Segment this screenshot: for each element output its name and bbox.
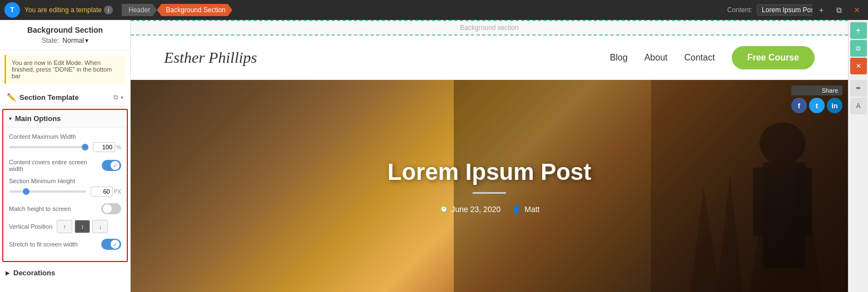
section-min-height-row: Section Minimum Height PX bbox=[9, 178, 121, 197]
template-chevron-icon: ▾ bbox=[121, 94, 123, 100]
hero-meta: 🕐 June 23, 2020 👤 Matt bbox=[439, 205, 540, 214]
stretch-label: Stretch to fit screen width bbox=[9, 241, 78, 248]
section-min-height-slider[interactable] bbox=[9, 190, 86, 193]
top-bar: T You are editing a template i Header Ba… bbox=[0, 0, 868, 20]
app-logo: T bbox=[4, 2, 20, 18]
edit-mode-notice: You are now in Edit Mode. When finished,… bbox=[4, 55, 126, 84]
rt-close-btn[interactable]: ✕ bbox=[850, 58, 867, 74]
top-bar-action-icons: + ⧉ ✕ bbox=[812, 0, 866, 20]
canvas-area: Background section Esther Phillips Blog … bbox=[131, 20, 848, 292]
site-nav: Esther Phillips Blog About Contact Free … bbox=[131, 36, 848, 80]
vpos-mid-btn[interactable]: ↕ bbox=[75, 220, 90, 233]
section-template-bar[interactable]: ✏️ Section Template ⧉ ▾ bbox=[0, 88, 130, 107]
info-icon[interactable]: i bbox=[104, 6, 113, 14]
share-facebook-btn[interactable]: f bbox=[791, 98, 807, 113]
content-max-width-row: Content Maximum Width % bbox=[9, 133, 121, 152]
sidebar-title: Background Section bbox=[7, 26, 123, 34]
hero-title: Lorem Ipsum Post bbox=[388, 159, 591, 185]
panel-content: Content Maximum Width % Content covers e… bbox=[3, 128, 127, 261]
sidebar: Background Section State: Normal ▾ You a… bbox=[0, 20, 131, 292]
main-layout: Background Section State: Normal ▾ You a… bbox=[0, 20, 868, 292]
site-logo: Esther Phillips bbox=[164, 49, 257, 67]
match-height-row: Match height to screen bbox=[9, 203, 121, 214]
decorations-section[interactable]: ▶ Decorations bbox=[0, 264, 130, 281]
hero-content: Lorem Ipsum Post 🕐 June 23, 2020 👤 Matt bbox=[131, 80, 848, 292]
pencil-icon: ✏️ bbox=[7, 93, 16, 102]
site-nav-links: Blog About Contact Free Course bbox=[610, 46, 815, 69]
breadcrumb-section: Background Section bbox=[157, 4, 232, 16]
content-max-width-unit: % bbox=[116, 144, 121, 150]
state-value[interactable]: Normal ▾ bbox=[62, 37, 88, 44]
sidebar-state: State: Normal ▾ bbox=[7, 37, 123, 44]
template-copy-icon: ⧉ bbox=[113, 93, 118, 101]
hero-author-item: 👤 Matt bbox=[512, 205, 539, 214]
logo-text: T bbox=[10, 6, 14, 14]
section-min-height-value-box: PX bbox=[91, 187, 121, 197]
share-label: Share bbox=[791, 85, 842, 95]
vpos-up-btn[interactable]: ↑ bbox=[57, 220, 72, 233]
nav-about[interactable]: About bbox=[644, 53, 668, 63]
person-icon: 👤 bbox=[512, 205, 521, 214]
nav-cta-button[interactable]: Free Course bbox=[732, 46, 815, 69]
copy-icon-btn[interactable]: ⧉ bbox=[830, 0, 848, 20]
stretch-toggle[interactable] bbox=[101, 239, 121, 250]
add-icon-btn[interactable]: + bbox=[812, 0, 830, 20]
hero-author: Matt bbox=[524, 205, 539, 214]
share-icons: f t in bbox=[791, 98, 842, 113]
section-template-right: ⧉ ▾ bbox=[113, 93, 123, 101]
section-min-height-unit: PX bbox=[114, 189, 121, 195]
hero-section: Lorem Ipsum Post 🕐 June 23, 2020 👤 Matt bbox=[131, 80, 848, 292]
nav-blog[interactable]: Blog bbox=[610, 53, 628, 63]
hero-divider bbox=[473, 192, 506, 194]
share-linkedin-btn[interactable]: in bbox=[827, 98, 842, 113]
site-preview: Background section Esther Phillips Blog … bbox=[131, 20, 848, 292]
right-toolbar: + ⧉ ✕ ✒ A bbox=[848, 20, 868, 292]
content-max-width-slider-row: % bbox=[9, 142, 121, 152]
content-covers-row: Content covers entire screen width bbox=[9, 159, 121, 172]
sidebar-header: Background Section State: Normal ▾ bbox=[0, 20, 130, 51]
hero-date: June 23, 2020 bbox=[452, 205, 501, 214]
close-icon-btn[interactable]: ✕ bbox=[848, 0, 866, 20]
decorations-label: Decorations bbox=[13, 269, 55, 277]
panel-collapse-icon: ▾ bbox=[9, 115, 12, 122]
vertical-position-label: Vertical Position bbox=[9, 223, 52, 230]
content-covers-label: Content covers entire screen width bbox=[9, 159, 102, 172]
section-template-left: ✏️ Section Template bbox=[7, 93, 79, 102]
content-label: Content: bbox=[727, 6, 752, 14]
share-twitter-btn[interactable]: t bbox=[809, 98, 825, 113]
vertical-position-row: Vertical Position ↑ ↕ ↓ bbox=[9, 220, 121, 233]
panel-title: Main Options bbox=[15, 114, 61, 123]
rt-add-btn[interactable]: + bbox=[850, 22, 867, 39]
rt-text-btn[interactable]: A bbox=[850, 98, 867, 114]
clock-icon: 🕐 bbox=[439, 205, 448, 214]
content-max-width-slider[interactable] bbox=[9, 146, 88, 148]
content-max-width-label: Content Maximum Width bbox=[9, 133, 121, 140]
breadcrumb: Header Background Section bbox=[122, 4, 232, 16]
nav-contact[interactable]: Contact bbox=[684, 53, 715, 63]
decorations-arrow: ▶ bbox=[6, 270, 10, 276]
state-label: State: bbox=[42, 37, 59, 44]
state-chevron: ▾ bbox=[85, 37, 88, 44]
content-covers-toggle[interactable] bbox=[102, 160, 121, 171]
section-min-height-label: Section Minimum Height bbox=[9, 178, 121, 184]
content-max-width-value-box: % bbox=[93, 142, 121, 152]
stretch-row: Stretch to fit screen width bbox=[9, 239, 121, 250]
bg-section-bar: Background section bbox=[131, 20, 848, 36]
section-min-height-slider-row: PX bbox=[9, 187, 121, 197]
share-widget: Share f t in bbox=[791, 85, 842, 113]
content-max-width-input[interactable] bbox=[93, 142, 115, 152]
match-height-toggle[interactable] bbox=[101, 203, 121, 214]
breadcrumb-header[interactable]: Header bbox=[122, 4, 157, 16]
editing-label: You are editing a template i bbox=[24, 6, 113, 14]
section-min-height-input[interactable] bbox=[91, 187, 113, 197]
section-template-label: Section Template bbox=[19, 93, 79, 102]
match-height-label: Match height to screen bbox=[9, 205, 71, 212]
main-options-panel: ▾ Main Options Content Maximum Width % bbox=[2, 109, 128, 262]
panel-header[interactable]: ▾ Main Options bbox=[3, 110, 127, 128]
rt-pen-btn[interactable]: ✒ bbox=[850, 80, 867, 97]
hero-date-item: 🕐 June 23, 2020 bbox=[439, 205, 501, 214]
rt-copy-btn[interactable]: ⧉ bbox=[850, 40, 867, 57]
vpos-down-btn[interactable]: ↓ bbox=[92, 220, 108, 233]
